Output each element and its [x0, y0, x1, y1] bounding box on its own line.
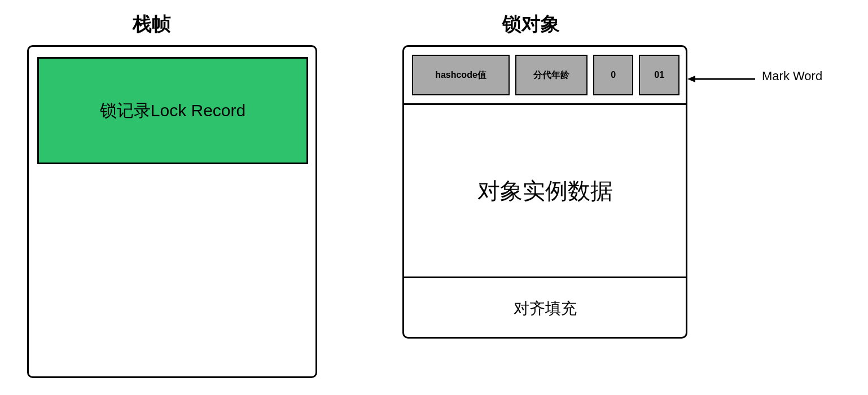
padding-label: 对齐填充 [514, 298, 577, 319]
lock-object-container: hashcode值 分代年龄 0 01 对象实例数据 对齐填充 [402, 45, 687, 339]
instance-data-label: 对象实例数据 [477, 175, 613, 207]
svg-marker-1 [687, 76, 695, 82]
stack-frame-container: 锁记录Lock Record [27, 45, 317, 378]
instance-data-box: 对象实例数据 [404, 103, 686, 278]
lock-object-title: 锁对象 [502, 11, 560, 37]
lock-record-label: 锁记录Lock Record [100, 99, 246, 122]
mark-word-arrow [687, 73, 755, 85]
mark-word-bias-flag-cell: 0 [593, 55, 634, 95]
arrow-icon [687, 73, 755, 85]
mark-word-age-cell: 分代年龄 [515, 55, 588, 95]
mark-word-hashcode-cell: hashcode值 [412, 55, 510, 95]
mark-word-row: hashcode值 分代年龄 0 01 [412, 55, 680, 95]
stack-frame-title: 栈帧 [133, 11, 171, 37]
mark-word-annotation-label: Mark Word [762, 69, 822, 84]
mark-word-lock-flag-cell: 01 [639, 55, 680, 95]
lock-record-box: 锁记录Lock Record [37, 57, 308, 164]
padding-box: 对齐填充 [404, 278, 686, 339]
